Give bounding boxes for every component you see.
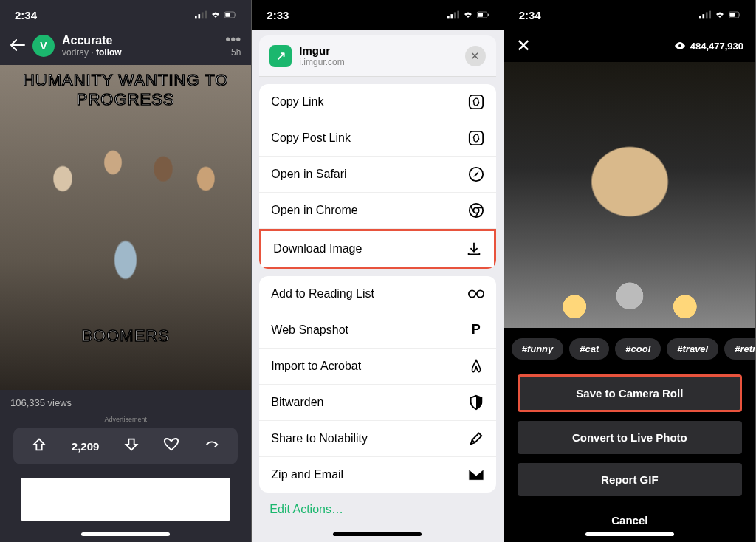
status-bar: 2:34 xyxy=(0,0,251,30)
svg-rect-9 xyxy=(454,12,456,18)
home-indicator[interactable] xyxy=(585,532,674,536)
post-header: V Accurate vodray · follow •••5h xyxy=(0,30,251,65)
gif-image[interactable] xyxy=(504,62,755,328)
svg-rect-22 xyxy=(702,14,704,18)
action-label: Add to Reading List xyxy=(271,287,374,301)
svg-rect-15 xyxy=(469,131,482,145)
svg-rect-2 xyxy=(202,12,204,18)
download-image-action[interactable]: Download Image xyxy=(259,229,495,269)
favorite-button[interactable] xyxy=(163,436,179,456)
svg-rect-6 xyxy=(236,14,236,16)
svg-rect-10 xyxy=(457,11,459,19)
tag[interactable]: #cool xyxy=(615,338,661,360)
tags-row: #funny #cat #cool #travel #retro xyxy=(504,328,755,370)
status-time: 2:34 xyxy=(15,9,37,21)
status-indicators xyxy=(195,10,236,19)
tag[interactable]: #funny xyxy=(512,338,564,360)
action-label: Copy Post Link xyxy=(271,131,351,145)
share-button[interactable] xyxy=(204,436,220,456)
top-bar: ✕ 484,477,930 xyxy=(504,30,755,62)
edit-actions-button[interactable]: Edit Actions… xyxy=(259,503,495,516)
battery-icon xyxy=(729,10,740,19)
status-time: 2:33 xyxy=(267,9,289,21)
wifi-icon xyxy=(210,10,221,19)
mail-icon xyxy=(468,467,484,483)
svg-rect-12 xyxy=(478,13,483,16)
post-image[interactable]: HUMANITY WANTING TO PROGRESS BOOMERS xyxy=(0,65,251,390)
view-count: 484,477,930 xyxy=(674,41,743,52)
svg-rect-13 xyxy=(487,14,488,16)
svg-rect-0 xyxy=(195,16,197,19)
link-icon xyxy=(468,94,484,110)
eye-icon xyxy=(674,41,686,50)
tag[interactable]: #retro xyxy=(724,338,755,360)
battery-icon xyxy=(224,10,236,19)
import-acrobat-action[interactable]: Import to Acrobat xyxy=(259,349,495,385)
copy-post-link-action[interactable]: Copy Post Link xyxy=(259,120,495,157)
glasses-icon xyxy=(468,286,484,302)
svg-rect-26 xyxy=(729,13,735,16)
share-notability-action[interactable]: Share to Notability xyxy=(259,421,495,457)
cellular-icon xyxy=(699,10,711,19)
add-reading-list-action[interactable]: Add to Reading List xyxy=(259,276,495,312)
open-safari-action[interactable]: Open in Safari xyxy=(259,157,495,193)
zip-email-action[interactable]: Zip and Email xyxy=(259,457,495,493)
action-bar: 2,209 xyxy=(13,428,238,464)
action-label: Open in Safari xyxy=(271,168,346,181)
app-icon xyxy=(269,45,292,67)
close-button[interactable]: ✕ xyxy=(465,46,486,66)
action-label: Open in Chrome xyxy=(271,204,357,217)
chrome-icon xyxy=(468,202,484,219)
tag[interactable]: #travel xyxy=(667,338,718,360)
status-bar: 2:34 xyxy=(504,0,755,30)
convert-live-photo-button[interactable]: Convert to Live Photo xyxy=(518,421,742,454)
close-button[interactable]: ✕ xyxy=(516,35,531,56)
bitwarden-action[interactable]: Bitwarden xyxy=(259,385,495,421)
action-label: Zip and Email xyxy=(271,468,343,481)
svg-point-28 xyxy=(678,44,681,47)
web-snapshot-action[interactable]: Web Snapshot P xyxy=(259,312,495,349)
username[interactable]: vodray xyxy=(62,47,89,58)
report-gif-button[interactable]: Report GIF xyxy=(518,463,742,496)
imgur-post-screen: 2:34 V Accurate vodray · follow •••5h HU… xyxy=(0,0,252,542)
post-age: 5h xyxy=(225,48,241,57)
share-sheet-screen: 2:33 Imgur i.imgur.com ✕ Copy Link Copy … xyxy=(252,0,504,542)
post-meta[interactable]: •••5h xyxy=(225,35,241,57)
pencil-icon xyxy=(468,430,484,447)
action-label: Copy Link xyxy=(271,95,323,109)
home-indicator[interactable] xyxy=(81,532,170,536)
svg-rect-21 xyxy=(699,16,701,19)
svg-rect-5 xyxy=(226,13,231,16)
open-chrome-action[interactable]: Open in Chrome xyxy=(259,193,495,229)
status-time: 2:34 xyxy=(519,9,541,21)
action-label: Import to Acrobat xyxy=(271,360,361,373)
download-icon xyxy=(466,241,482,257)
meme-top-text: HUMANITY WANTING TO PROGRESS xyxy=(0,71,251,109)
share-sheet-header: Imgur i.imgur.com ✕ xyxy=(259,35,495,77)
status-indicators xyxy=(447,10,489,19)
app-name: Imgur xyxy=(299,44,457,57)
svg-rect-1 xyxy=(199,14,201,18)
post-title: Accurate xyxy=(62,34,218,47)
advertisement-label: Advertisement xyxy=(0,416,251,423)
action-label: Bitwarden xyxy=(271,396,323,409)
save-camera-roll-button[interactable]: Save to Camera Roll xyxy=(518,374,742,412)
tag[interactable]: #cat xyxy=(569,338,609,360)
snapshot-icon: P xyxy=(468,322,484,338)
follow-button[interactable]: follow xyxy=(96,47,122,58)
app-info: Imgur i.imgur.com xyxy=(299,44,457,67)
svg-rect-27 xyxy=(740,14,740,16)
cellular-icon xyxy=(195,10,207,19)
svg-rect-24 xyxy=(709,11,711,19)
copy-link-action[interactable]: Copy Link xyxy=(259,84,495,120)
avatar[interactable]: V xyxy=(32,35,55,57)
upvote-button[interactable] xyxy=(31,436,47,456)
status-indicators xyxy=(699,10,740,19)
wifi-icon xyxy=(714,10,726,19)
action-label: Web Snapshot xyxy=(271,323,348,337)
back-button[interactable] xyxy=(10,36,25,55)
action-label: Download Image xyxy=(273,242,362,255)
home-indicator[interactable] xyxy=(333,532,422,536)
downvote-button[interactable] xyxy=(123,436,140,456)
svg-point-20 xyxy=(477,290,484,297)
